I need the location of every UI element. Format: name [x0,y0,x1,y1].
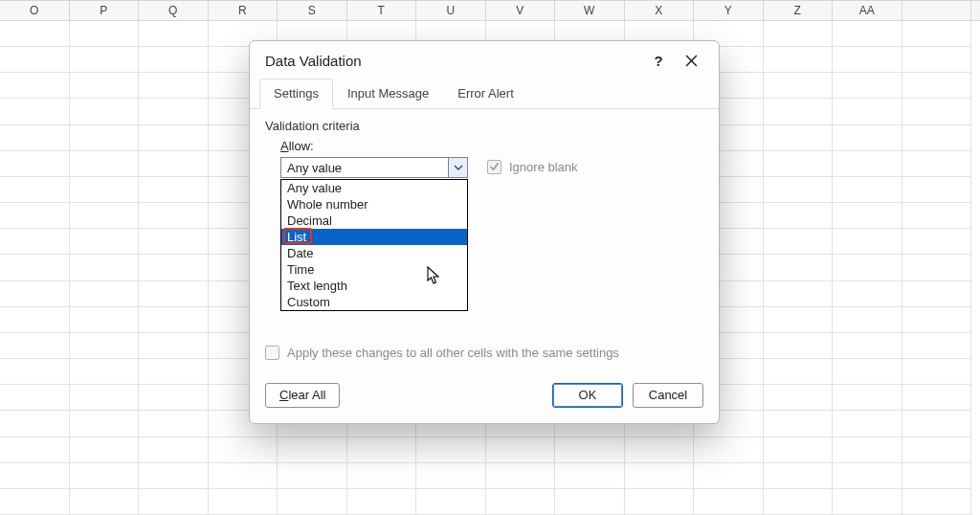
cell[interactable] [139,47,209,73]
cell[interactable] [902,47,972,73]
cell[interactable] [70,99,140,124]
cell[interactable] [139,281,209,307]
tab-input-message[interactable]: Input Message [333,78,443,109]
cell[interactable] [902,99,972,124]
cell[interactable] [139,177,209,203]
cell[interactable] [139,385,209,411]
cell[interactable] [70,255,140,280]
cell[interactable] [139,489,209,515]
column-header[interactable]: R [209,1,278,20]
cell[interactable] [139,255,209,280]
cell[interactable] [416,437,486,463]
cell[interactable] [0,385,70,411]
cell[interactable] [833,489,902,515]
cell[interactable] [694,463,764,489]
cell[interactable] [902,411,972,437]
column-header[interactable]: Z [764,1,834,20]
cell[interactable] [0,21,70,47]
cell[interactable] [139,21,209,47]
column-header[interactable]: X [625,1,695,20]
cell[interactable] [764,21,834,47]
cell[interactable] [70,463,140,489]
cell[interactable] [139,307,209,333]
cell[interactable] [0,307,70,333]
cell[interactable] [486,463,556,489]
allow-dropdown-button[interactable] [448,158,467,177]
cell[interactable] [764,437,834,463]
cell[interactable] [833,47,902,73]
cell[interactable] [764,203,834,229]
cell[interactable] [0,203,70,229]
cell[interactable] [902,333,972,359]
cell[interactable] [833,411,902,437]
allow-option-any-value[interactable]: Any value [281,180,467,196]
cell[interactable] [902,307,972,333]
column-header[interactable] [902,1,972,20]
cell[interactable] [70,21,140,47]
cell[interactable] [764,359,834,385]
cell[interactable] [764,411,834,437]
cell[interactable] [833,177,902,203]
cell[interactable] [902,21,972,47]
cell[interactable] [70,177,140,203]
cell[interactable] [555,437,625,463]
cell[interactable] [833,333,902,359]
cell[interactable] [0,333,70,359]
cell[interactable] [764,99,834,124]
cell[interactable] [278,463,347,489]
cell[interactable] [902,437,972,463]
cancel-button[interactable]: Cancel [633,383,703,408]
cell[interactable] [902,125,972,151]
column-header[interactable]: V [486,1,556,20]
cell[interactable] [70,125,140,151]
cell[interactable] [555,489,625,515]
column-header[interactable]: W [555,1,625,20]
cell[interactable] [833,281,902,307]
cell[interactable] [833,73,902,99]
cell[interactable] [70,47,140,73]
cell[interactable] [902,463,972,489]
cell[interactable] [0,125,70,151]
cell[interactable] [764,73,834,99]
cell[interactable] [70,411,140,437]
cell[interactable] [764,125,834,151]
cell[interactable] [0,359,70,385]
cell[interactable] [0,177,70,203]
cell[interactable] [625,489,695,515]
cell[interactable] [209,463,278,489]
cell[interactable] [0,47,70,73]
cell[interactable] [0,73,70,99]
cell[interactable] [764,229,834,255]
allow-option-text-length[interactable]: Text length [281,278,467,294]
column-header[interactable]: S [278,1,347,20]
cell[interactable] [902,203,972,229]
cell[interactable] [764,385,834,411]
ok-button[interactable]: OK [552,383,623,408]
cell[interactable] [833,437,902,463]
allow-dropdown-list[interactable]: Any valueWhole numberDecimalListDateTime… [280,179,468,311]
cell[interactable] [209,489,278,515]
allow-option-decimal[interactable]: Decimal [281,213,467,229]
cell[interactable] [0,463,70,489]
cell[interactable] [764,177,834,203]
cell[interactable] [902,359,972,385]
cell[interactable] [764,463,834,489]
cell[interactable] [347,489,417,515]
cell[interactable] [833,255,902,280]
cell[interactable] [0,99,70,124]
clear-all-button[interactable]: Clear All [265,383,340,408]
cell[interactable] [70,151,140,177]
cell[interactable] [902,385,972,411]
cell[interactable] [139,359,209,385]
cell[interactable] [902,489,972,515]
cell[interactable] [764,281,834,307]
cell[interactable] [0,437,70,463]
cell[interactable] [833,125,902,151]
cell[interactable] [139,333,209,359]
cell[interactable] [902,281,972,307]
cell[interactable] [0,411,70,437]
tab-error-alert[interactable]: Error Alert [443,78,528,109]
cell[interactable] [833,151,902,177]
cell[interactable] [139,73,209,99]
allow-option-custom[interactable]: Custom [281,294,467,310]
